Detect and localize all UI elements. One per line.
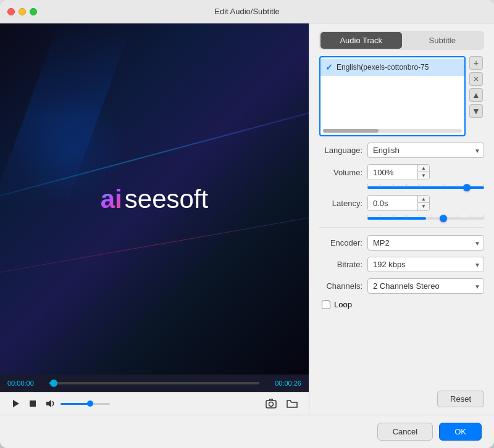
tab-bar: Audio Track Subtitle [319,31,484,50]
tab-subtitle[interactable]: Subtitle [402,32,484,49]
channels-control: 2 Channels Stereo ▼ [367,278,484,294]
main-content: aiseesoft 00:00:00 00:00:26 [0,23,494,415]
reset-button[interactable]: Reset [437,391,484,407]
latency-ticks: | | | | | | | | | | [367,214,484,218]
bitrate-label: Bitrate: [319,260,362,269]
channels-row: Channels: 2 Channels Stereo ▼ [319,278,484,294]
latency-stepper-buttons: ▲ ▼ [417,196,429,210]
title-bar: Edit Audio/Subtitle [0,0,494,23]
progress-track[interactable] [49,382,259,384]
loop-row: Loop [319,300,484,309]
reset-row: Reset [319,391,484,407]
latency-label: Latency: [319,199,362,208]
language-row: Language: English ▼ [319,143,484,158]
track-list-wrapper: ✓ English(pexels-cottonbro-75 + × ▲ ▼ [319,56,466,136]
snapshot-button[interactable] [264,397,278,410]
volume-stepper-buttons: ▲ ▼ [417,165,429,180]
volume-track[interactable] [61,403,110,405]
latency-up-button[interactable]: ▲ [418,196,429,203]
volume-input[interactable]: 100% [368,165,417,180]
volume-thumb[interactable] [87,400,93,407]
latency-input[interactable]: 0.0s [368,196,417,210]
latency-row: Latency: 0.0s ▲ ▼ [319,195,484,211]
language-select[interactable]: English [367,143,484,158]
bitrate-control: 192 kbps ▼ [367,257,484,272]
right-panel: Audio Track Subtitle ✓ English(pexels-co… [309,23,494,415]
track-item[interactable]: ✓ English(pexels-cottonbro-75 [320,59,464,76]
encoder-select[interactable]: MP2 [367,235,484,251]
bitrate-row: Bitrate: 192 kbps ▼ [319,257,484,272]
time-end: 00:00:26 [264,380,301,387]
bitrate-select[interactable]: 192 kbps [367,257,484,272]
latency-slider-thumb[interactable] [440,215,447,222]
volume-section [44,398,110,409]
channels-label: Channels: [319,281,362,291]
track-list-container: ✓ English(pexels-cottonbro-75 [319,56,466,136]
track-item-name: English(pexels-cottonbro-75 [337,63,429,72]
stop-icon [30,400,36,407]
volume-stepper[interactable]: 100% ▲ ▼ [367,164,430,180]
cancel-button[interactable]: Cancel [377,423,433,441]
track-check-icon: ✓ [325,62,333,72]
tab-audio-track[interactable]: Audio Track [320,32,402,49]
move-down-button[interactable]: ▼ [469,104,483,118]
progress-thumb[interactable] [50,380,57,387]
volume-up-button[interactable]: ▲ [418,165,429,172]
volume-label: Volume: [319,168,362,177]
volume-icon[interactable] [44,398,57,409]
add-track-button[interactable]: + [469,56,483,70]
volume-down-button[interactable]: ▼ [418,172,429,180]
logo-ai: ai [101,185,122,214]
video-panel: aiseesoft 00:00:00 00:00:26 [0,23,309,415]
latency-slider-row: | | | | | | | | | | [319,217,484,220]
dialog-title: Edit Audio/Subtitle [214,7,280,16]
traffic-lights [7,8,37,15]
volume-slider-row: | | | | | | | | | | [319,186,484,189]
language-control: English ▼ [367,143,484,158]
maximize-button[interactable] [30,8,37,15]
play-icon [11,399,20,408]
remove-track-button[interactable]: × [469,72,483,86]
svg-point-4 [269,402,274,407]
folder-icon [287,399,298,409]
video-area: aiseesoft [0,23,309,375]
loop-checkbox[interactable] [322,301,330,309]
volume-row: Volume: 100% ▲ ▼ [319,164,484,180]
controls-bar [0,392,309,415]
encoder-row: Encoder: MP2 ▼ [319,235,484,251]
volume-slider-track[interactable]: | | | | | | | | | | [367,186,484,189]
svg-marker-2 [46,400,51,407]
minimize-button[interactable] [19,8,26,15]
track-list: ✓ English(pexels-cottonbro-75 [320,57,464,77]
svg-rect-1 [30,400,36,407]
camera-icon [266,399,277,409]
volume-slider-thumb[interactable] [463,184,471,191]
latency-down-button[interactable]: ▼ [418,203,429,210]
encoder-control: MP2 ▼ [367,235,484,251]
speaker-icon [46,399,56,408]
language-label: Language: [319,146,362,155]
track-scrollbar[interactable] [323,129,462,133]
ok-button[interactable]: OK [439,423,482,441]
logo-seesoft: seesoft [125,185,208,214]
time-start: 00:00:00 [7,380,44,387]
track-scroll-thumb[interactable] [323,129,379,133]
close-button[interactable] [7,8,15,15]
video-logo: aiseesoft [101,185,208,214]
latency-stepper[interactable]: 0.0s ▲ ▼ [367,195,430,211]
latency-slider-track[interactable]: | | | | | | | | | | [367,217,484,220]
encoder-label: Encoder: [319,238,362,247]
volume-fill [61,403,90,405]
play-button[interactable] [10,398,21,409]
move-up-button[interactable]: ▲ [469,88,483,102]
stop-button[interactable] [28,399,37,408]
divider [319,227,484,228]
edit-audio-subtitle-dialog: Edit Audio/Subtitle aiseesoft 00:00:00 [0,0,494,448]
side-buttons: + × ▲ ▼ [469,56,483,118]
svg-marker-0 [13,400,19,407]
channels-select[interactable]: 2 Channels Stereo [367,278,484,294]
dialog-footer: Cancel OK [0,415,494,448]
timeline-bar: 00:00:00 00:00:26 [0,375,309,392]
loop-label: Loop [334,300,352,309]
folder-button[interactable] [285,397,299,410]
